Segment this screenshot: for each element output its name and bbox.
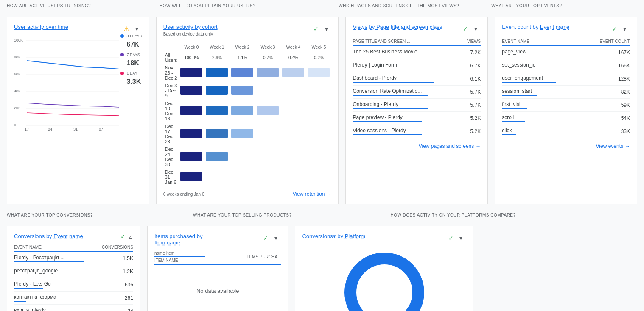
- event-row2-name: set_session_id: [502, 59, 576, 72]
- table-row: user_engagement 128K: [502, 72, 630, 86]
- cohort-row-6: Dec 31 - Jan 6: [163, 168, 332, 186]
- activity-menu-btn[interactable]: ▾: [132, 24, 142, 34]
- cohort-table: Week 0 Week 1 Week 2 Week 3 Week 4 Week …: [163, 43, 332, 186]
- cohort-r6-w4: [282, 172, 304, 181]
- cohort-row-5: Dec 24 - Dec 30: [163, 145, 332, 168]
- products-title: Items purchased byItem name: [154, 233, 202, 246]
- page-row5-val: 5.7K: [459, 99, 481, 112]
- page-row1-name: The 25 Best Business Movie...: [353, 46, 459, 59]
- cohort-r4-w4: [282, 129, 304, 138]
- table-row: The 25 Best Business Movie... 7.2K: [353, 46, 481, 59]
- products-col2-header: ITEMS PURCHA...: [205, 249, 281, 265]
- events-col2-header: EVENT COUNT: [576, 37, 630, 46]
- view-pages-link[interactable]: View pages and screens →: [419, 143, 481, 149]
- panel-platform: Conversions▾ by Platform ✓ ▾ WEB: [295, 226, 473, 311]
- cohort-r2-w3: [257, 86, 279, 95]
- cohort-r1-w0: [180, 68, 202, 77]
- view-retention-link[interactable]: View retention →: [293, 191, 332, 197]
- empty-right: [477, 222, 641, 311]
- cohort-r2-w2: [231, 86, 253, 95]
- page-row7-val: 5.2K: [459, 125, 481, 138]
- cohort-row2-label: Dec 3 - Dec 9: [163, 82, 179, 100]
- panel-cohort: User activity by cohort Based on device …: [156, 17, 339, 204]
- svg-text:0: 0: [14, 123, 16, 127]
- products-col1-main: ITEM NAME: [154, 256, 205, 263]
- conv-col2-header: CONVERSIONS: [87, 243, 133, 252]
- no-data-message: No data available: [154, 265, 281, 311]
- pages-col2-header: VIEWS: [459, 37, 481, 46]
- cohort-r5-w5: [308, 152, 330, 161]
- pages-menu-btn[interactable]: ▾: [470, 24, 481, 34]
- events-table: EVENT NAME EVENT COUNT page_view 167K se…: [502, 37, 630, 138]
- line-chart: 100K 80K 60K 40K 20K 0: [14, 37, 142, 132]
- events-col1-header: EVENT NAME: [502, 37, 576, 46]
- section-label-pages: WHICH PAGES AND SCREENS GET THE MOST VIE…: [339, 3, 484, 8]
- platform-menu-btn[interactable]: ▾: [456, 233, 466, 243]
- cohort-row-allusers: All Users 100.0% 2.6% 1.1% 0.7% 0.4% 0.2…: [163, 51, 332, 64]
- conv-row5-val: 24: [87, 305, 133, 311]
- cohort-r2-w5: [308, 86, 330, 95]
- table-row: реєстрація_google 1.2K: [14, 265, 133, 278]
- cohort-r4-w0: [180, 129, 202, 138]
- cohort-col-w0: Week 0: [179, 43, 204, 51]
- event-row5-name: first_visit: [502, 99, 576, 112]
- table-row: вхід_а_plerdy_ 24: [14, 305, 133, 311]
- section-label-platform: HOW DOES ACTIVITY ON YOUR PLATFORMS COMP…: [390, 213, 637, 217]
- cohort-r3-w4: [282, 106, 304, 115]
- cohort-row-2: Dec 3 - Dec 9: [163, 82, 332, 100]
- table-row: контактна_форма 261: [14, 292, 133, 305]
- event-row6-name: scroll: [502, 112, 576, 125]
- event-row6-val: 54K: [576, 112, 630, 125]
- table-row: Conversion Rate Optimizatio... 5.7K: [353, 86, 481, 99]
- conv-row3-val: 636: [87, 278, 133, 292]
- cohort-r3-w1: [206, 106, 228, 115]
- platform-title: Conversions▾ by Platform: [302, 233, 365, 239]
- page-row2-name: Plerdy | Login Form: [353, 59, 459, 72]
- cohort-menu-btn[interactable]: ▾: [321, 24, 331, 34]
- cohort-row6-label: Dec 31 - Jan 6: [163, 168, 179, 186]
- conv-row1-name: Plerdy - Реєстрація ...: [14, 252, 87, 265]
- cohort-r5-w0: [180, 152, 202, 161]
- conv-row2-name: реєстрація_google: [14, 265, 87, 278]
- cohort-allusers-w4: 0.4%: [280, 51, 306, 64]
- event-row7-val: 33K: [576, 125, 630, 138]
- cohort-r3-w0: [180, 106, 202, 115]
- cohort-col-w5: Week 5: [306, 43, 331, 51]
- panel-products: Items purchased byItem name ✓ ▾ name Ite…: [147, 226, 288, 311]
- products-col1-header: name Item ITEM NAME: [154, 249, 205, 265]
- conversions-check-icon: ✓: [120, 233, 126, 240]
- event-row1-val: 167K: [576, 46, 630, 59]
- cohort-r2-w4: [282, 86, 304, 95]
- activity-chart-svg: 100K 80K 60K 40K 20K 0: [14, 37, 120, 131]
- section-label-activity: HOW ARE ACTIVE USERS TRENDING?: [7, 3, 153, 8]
- page-row4-val: 5.7K: [459, 86, 481, 99]
- cohort-allusers-w5: 0.2%: [306, 51, 331, 64]
- view-retention-text: View retention: [293, 191, 325, 197]
- donut-svg: [342, 250, 427, 311]
- event-row2-val: 166K: [576, 59, 630, 72]
- cohort-allusers-w3: 0.7%: [255, 51, 280, 64]
- section-label-cohort: HOW WELL DO YOU RETAIN YOUR USERS?: [160, 3, 332, 8]
- dashboard: HOW ARE ACTIVE USERS TRENDING? HOW WELL …: [0, 0, 644, 311]
- cohort-footer: 6 weeks ending Jan 6: [163, 192, 204, 197]
- products-menu-btn[interactable]: ▾: [271, 233, 281, 243]
- arrow-right-icon: →: [476, 143, 481, 149]
- table-row: Plerdy | Login Form 6.7K: [353, 59, 481, 72]
- pages-title: Views by Page title and screen class: [353, 24, 442, 30]
- table-row: session_start 82K: [502, 86, 630, 99]
- donut-chart: WEB 100.0%: [302, 250, 466, 311]
- cohort-r5-w4: [282, 152, 304, 161]
- arrow-right-icon-2: →: [625, 143, 630, 149]
- events-menu-btn[interactable]: ▾: [620, 24, 630, 34]
- svg-text:31: 31: [73, 127, 78, 131]
- svg-text:24: 24: [48, 127, 52, 131]
- cohort-allusers-w0: 100.0%: [179, 51, 204, 64]
- products-col1-sub: name Item: [154, 251, 205, 255]
- table-row: page_view 167K: [502, 46, 630, 59]
- conv-row2-val: 1.2K: [87, 265, 133, 278]
- section-label-events: WHAT ARE YOUR TOP EVENTS?: [491, 3, 637, 8]
- view-events-link[interactable]: View events →: [596, 143, 630, 149]
- conv-row5-name: вхід_а_plerdy_: [14, 305, 87, 311]
- event-row4-val: 82K: [576, 86, 630, 99]
- conv-row4-name: контактна_форма: [14, 292, 87, 305]
